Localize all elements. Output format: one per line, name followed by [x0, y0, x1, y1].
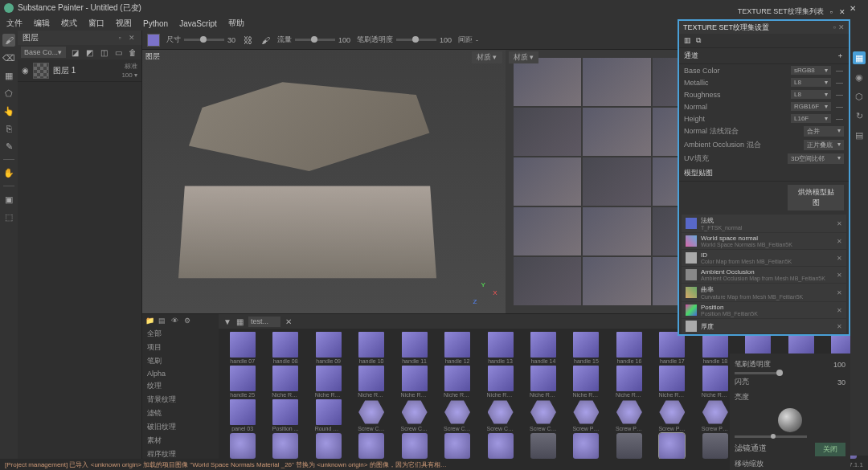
channel-format-select[interactable]: L8▾: [791, 90, 831, 99]
delete-layer-icon[interactable]: 🗑: [127, 47, 138, 58]
flow-slider[interactable]: [295, 39, 335, 41]
shelf-asset[interactable]: handle 08: [264, 332, 305, 364]
menu-window[interactable]: 窗口: [88, 18, 104, 29]
brush-icon[interactable]: 🖌: [260, 35, 271, 46]
menu-help[interactable]: 帮助: [228, 18, 244, 29]
distance-value[interactable]: -: [476, 36, 478, 44]
shelf-cat[interactable]: 滤镜: [142, 407, 219, 420]
spec-value[interactable]: 100: [833, 361, 845, 369]
shelf-asset[interactable]: Position ...: [264, 399, 305, 431]
channel-remove-icon[interactable]: —: [836, 103, 844, 111]
shelf-asset[interactable]: handle 07: [222, 332, 263, 364]
map-remove-icon[interactable]: ✕: [837, 323, 842, 330]
shelf-asset[interactable]: Niche Rec...: [480, 366, 521, 398]
shelf-asset[interactable]: handle 10: [350, 332, 391, 364]
layers-icon[interactable]: ⧉: [696, 36, 701, 45]
brush-tool-icon[interactable]: 🖌: [2, 34, 15, 47]
tab-undock-icon[interactable]: ▫: [830, 8, 833, 16]
log-icon[interactable]: ▤: [853, 129, 866, 141]
clone-tool-icon[interactable]: ⎘: [2, 122, 15, 135]
add-group-icon[interactable]: ▭: [113, 47, 124, 58]
shelf-asset[interactable]: handle 12: [436, 332, 477, 364]
channel-format-select[interactable]: L16F▾: [791, 114, 831, 123]
shelf-asset[interactable]: Screw Pol...: [608, 399, 649, 431]
folder-icon[interactable]: 📁: [145, 317, 155, 325]
channel-format-select[interactable]: sRGB8▾: [791, 66, 831, 75]
menu-file[interactable]: 文件: [6, 18, 23, 29]
uv-select[interactable]: 3D空间比邻▾: [788, 153, 844, 164]
shelf-asset[interactable]: Screw Clu...: [394, 399, 435, 431]
panel-close-icon[interactable]: ✕: [838, 23, 845, 31]
brush-preview-swatch[interactable]: [147, 34, 160, 47]
shelf-cat[interactable]: 笔刷: [142, 354, 219, 368]
menu-view[interactable]: 视图: [116, 18, 132, 29]
display-icon[interactable]: ⬡: [853, 90, 866, 103]
shelf-asset[interactable]: Niche Rec...: [394, 366, 435, 398]
shelf-cat[interactable]: 纹理: [142, 379, 219, 393]
map-remove-icon[interactable]: ✕: [837, 289, 842, 296]
mesh-map-row[interactable]: 法线T_FTSK_normal✕: [682, 215, 846, 232]
bake-button[interactable]: 烘焙模型贴图: [788, 185, 844, 210]
layout-tool-icon[interactable]: ▣: [2, 193, 15, 206]
polyfill-tool-icon[interactable]: ⬠: [2, 87, 15, 100]
menu-python[interactable]: Python: [143, 19, 168, 28]
menu-mode[interactable]: 模式: [61, 18, 77, 29]
panel-close-icon[interactable]: ✕: [127, 33, 137, 43]
shelf-cat[interactable]: Alpha: [142, 368, 219, 379]
shelf-asset[interactable]: Niche Rec...: [308, 366, 349, 398]
stack-icon[interactable]: ▥: [684, 36, 691, 45]
shelf-asset[interactable]: Niche Rec...: [264, 366, 305, 398]
shelf-asset[interactable]: Niche Rec...: [608, 366, 649, 398]
shelf-asset[interactable]: handle 15: [566, 332, 607, 364]
channel-remove-icon[interactable]: —: [836, 67, 844, 75]
clear-search-icon[interactable]: ✕: [285, 317, 292, 326]
shelf-asset[interactable]: Niche Rec...: [566, 366, 607, 398]
spec-slider[interactable]: [735, 372, 783, 374]
layer-blend[interactable]: 标准: [125, 62, 137, 71]
filter-icon[interactable]: ▤: [158, 317, 168, 325]
filter-icon[interactable]: ▼: [223, 317, 231, 326]
eye-icon[interactable]: 👁: [171, 317, 181, 325]
channel-format-select[interactable]: RGB16F▾: [791, 102, 831, 111]
shelf-asset[interactable]: handle 13: [480, 332, 521, 364]
map-remove-icon[interactable]: ✕: [837, 255, 842, 262]
map-remove-icon[interactable]: ✕: [837, 238, 842, 245]
shelf-asset[interactable]: Screw Cro...: [522, 399, 563, 431]
panel-undock-icon[interactable]: ▫: [833, 23, 836, 31]
flow-value[interactable]: 100: [338, 36, 350, 44]
shelf-asset[interactable]: Screw Cro...: [436, 399, 477, 431]
viewport-3d[interactable]: 图层 材质 ▾ YXZ: [142, 50, 506, 313]
shelf-asset[interactable]: handle 14: [522, 332, 563, 364]
projection-tool-icon[interactable]: ▦: [2, 69, 15, 82]
vp2d-shader-select[interactable]: 材质 ▾: [509, 51, 539, 63]
channel-remove-icon[interactable]: —: [836, 91, 844, 99]
shelf-cat[interactable]: 项目: [142, 341, 219, 354]
shelf-asset[interactable]: handle 17: [652, 332, 693, 364]
panel-undock-icon[interactable]: ▫: [115, 33, 125, 43]
eraser-tool-icon[interactable]: ⌫: [2, 51, 15, 64]
shelf-asset[interactable]: panel 03: [222, 399, 263, 431]
shelf-asset[interactable]: handle 09: [308, 332, 349, 364]
size-value[interactable]: 30: [227, 36, 235, 44]
mesh-map-row[interactable]: 曲率Curvature Map from Mesh MB_Feitian5K✕: [682, 284, 846, 301]
mesh-map-row[interactable]: PositionPosition MB_Feitian5K✕: [682, 302, 846, 318]
menu-edit[interactable]: 编辑: [34, 18, 50, 29]
mesh-map-row[interactable]: World space normalWorld Space Normals MB…: [682, 233, 846, 249]
map-remove-icon[interactable]: ✕: [837, 272, 842, 279]
vp3d-shader-select[interactable]: 材质 ▾: [472, 51, 502, 63]
add-mask-icon[interactable]: ◫: [98, 47, 109, 58]
shelf-cat[interactable]: 素材: [142, 434, 219, 448]
shelf-asset[interactable]: Niche Rec...: [350, 366, 391, 398]
shelf-cat[interactable]: 全部: [142, 327, 219, 341]
blend-mode-select[interactable]: Base Co... ▾: [21, 47, 66, 58]
material-icon[interactable]: ◉: [853, 71, 866, 84]
shelf-asset[interactable]: handle 25: [222, 366, 263, 398]
mh-button[interactable]: 关闭: [815, 443, 845, 456]
settings-icon[interactable]: ⚙: [184, 317, 194, 325]
tab-close-icon[interactable]: ✕: [839, 8, 845, 16]
map-remove-icon[interactable]: ✕: [837, 307, 842, 314]
shelf-asset[interactable]: Niche Rec...: [652, 366, 693, 398]
shelf-asset[interactable]: handle 11: [394, 332, 435, 364]
map-remove-icon[interactable]: ✕: [837, 220, 842, 227]
shelf-asset[interactable]: Screw Pol...: [566, 399, 607, 431]
